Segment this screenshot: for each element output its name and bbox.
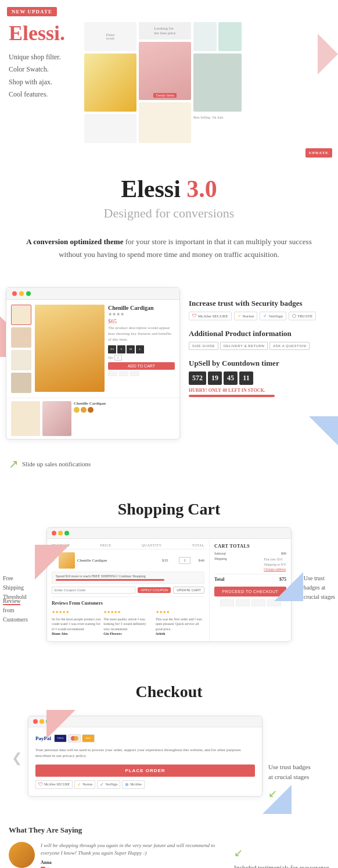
testimonial-label: ↙ Included testimonials for reassurance <box>234 842 329 868</box>
slide-notification: ↗ Slide up sales notifications <box>0 457 338 483</box>
cart-item-row: ✕ Chenille Cardigan $35 1 $46 <box>52 552 204 569</box>
trust-badges-label: Use trust badges at crucial stages <box>304 574 335 602</box>
cart-browser-bar <box>47 528 291 539</box>
testimonial-row: I will be shopping through you again in … <box>9 842 329 868</box>
update-badge-corner: UPDATE <box>0 146 332 158</box>
checkout-section: ❮ PayPal VISA <box>0 710 338 814</box>
features-section: Chenille Cardigan ★★★★ $65 The product d… <box>0 276 338 451</box>
shipping-progress-bar <box>56 579 164 581</box>
timer-hours: 19 <box>208 372 222 385</box>
hero-images: ElessiHOME Looking forthe best price Tre… <box>84 22 329 143</box>
apply-coupon-button[interactable]: APPLY COUPON <box>138 587 171 593</box>
checkout-badge-mcafee: 🛡 McAfee SECURE <box>35 780 73 789</box>
product-mockup: Chenille Cardigan ★★★★ $65 The product d… <box>6 287 180 440</box>
deco-checkout-tri-top <box>46 710 75 739</box>
testimonial-author: Anna <box>41 860 228 865</box>
cart-mockup: PRODUCT PRICE QUANTITY TOTAL ✕ Chenille … <box>46 527 292 641</box>
countdown-timer: 572 19 45 11 <box>189 372 332 385</box>
product-details: Chenille Cardigan ★★★★ $65 The product d… <box>108 305 175 393</box>
discover-logo: DISC <box>82 734 95 742</box>
browser-dot-red <box>12 291 17 296</box>
product-info-buttons[interactable]: SIZE GUIDE DELIVERY & RETURN ASK A QUEST… <box>189 342 332 350</box>
checkout-title: Checkout <box>0 659 338 710</box>
testimonial-section: What They Are Saying I will be shopping … <box>0 814 338 868</box>
buy-now-button[interactable]: ADD TO CART <box>108 362 175 370</box>
stock-bar <box>189 395 275 397</box>
testimonial-content: I will be shopping through you again in … <box>41 842 228 868</box>
curl-arrow-icon: ↗ <box>9 457 19 471</box>
ask-question-button[interactable]: ASK A QUESTION <box>269 342 310 350</box>
product-info-block: Additional Product information SIZE GUID… <box>189 329 332 350</box>
reviews-row: ★★★★★ So far the most people product you… <box>52 609 204 636</box>
product-thumbnails <box>11 305 31 393</box>
trust-badge-norton <box>236 599 250 606</box>
subtotal-row: Subtotal $89 <box>214 552 286 555</box>
coupon-row[interactable]: APPLY COUPON UPDATE CART <box>52 587 204 594</box>
product-main-image <box>35 305 105 392</box>
timer-minutes: 45 <box>224 372 238 385</box>
review-card-1: ★★★★★ The most quality article I was loo… <box>103 609 152 636</box>
trust-badge-mcafee <box>220 599 234 606</box>
reviews-section: Reviews From Customers ★★★★★ So far the … <box>52 596 204 636</box>
cart-section: Free Shipping Threshold Use trust badges… <box>0 527 338 659</box>
deco-tri-salmon <box>35 545 70 580</box>
browser-dot-yellow <box>19 291 24 296</box>
delivery-return-button[interactable]: DELIVERY & RETURN <box>220 342 268 350</box>
avatar <box>9 842 35 868</box>
main-title-section: Elessi 3.0 Designed for conversions <box>0 158 338 227</box>
subtitle: Designed for conversions <box>12 206 326 221</box>
checkout-badge-mcafee2: ⊕ McAfee <box>122 780 145 789</box>
curl-arrow-testimonial: ↙ <box>234 845 329 862</box>
security-badges-block: Increase trust with Security badges 🛡 Mc… <box>189 299 332 320</box>
countdown-block: UpSell by Countdown timer 572 19 45 11 H… <box>189 359 332 397</box>
reviews-title: Reviews From Customers <box>52 601 204 606</box>
testimonial-quote: I will be shopping through you again in … <box>41 842 228 858</box>
free-shipping-label: Free Shipping Threshold <box>3 574 27 605</box>
shipping-row: Shipping Flat rate: $10 Shipping to NY. … <box>214 557 286 571</box>
new-update-badge: NeW Update <box>7 7 57 16</box>
shipping-threshold: Spend $10 more to reach FREE SHIPPING! C… <box>52 571 204 584</box>
testimonial-title: What They Are Saying <box>9 826 329 835</box>
review-card-0: ★★★★★ So far the most people product you… <box>52 609 100 636</box>
cart-body: PRODUCT PRICE QUANTITY TOTAL ✕ Chenille … <box>47 539 291 641</box>
cart-item-total: $46 <box>193 558 204 563</box>
cart-table-header: PRODUCT PRICE QUANTITY TOTAL <box>52 544 204 549</box>
timer-seconds: 11 <box>239 372 253 385</box>
description: A conversion optimized theme for your st… <box>0 227 338 270</box>
main-title: Elessi 3.0 <box>12 175 326 203</box>
checkout-badge-norton: ✓ Norton <box>74 780 95 789</box>
hurry-text: HURRY! ONLY 40 LEFT IN STOCK. <box>189 388 332 393</box>
checkout-badge-verisign: ✓ VeriSign <box>97 780 120 789</box>
update-cart-button[interactable]: UPDATE CART <box>173 587 204 594</box>
cart-item-name: Chenille Cardigan <box>77 558 160 563</box>
place-order-button[interactable]: PLACE ORDER <box>35 765 255 777</box>
deco-tri-blue <box>274 572 303 601</box>
checkout-nav-left[interactable]: ❮ <box>12 716 22 766</box>
shopping-cart-title: Shopping Cart <box>0 483 338 527</box>
size-guide-button[interactable]: SIZE GUIDE <box>189 342 218 350</box>
logo: Elessi. <box>9 22 78 45</box>
trust-badge-verisign <box>251 599 265 606</box>
deco-triangle-right <box>318 34 338 74</box>
timer-days: 572 <box>189 372 206 385</box>
shipping-details: Flat rate: $10 Shipping to NY. Change ad… <box>264 557 286 571</box>
deco-checkout-tri-bottom <box>263 785 292 814</box>
cart-item-price: $35 <box>162 558 177 563</box>
checkout-body-text: Your personal data will be used to proce… <box>35 747 255 759</box>
hero-taglines: Unique shop filter. Color Swatch. Shop w… <box>9 51 78 101</box>
checkout-trust-badges: 🛡 McAfee SECURE ✓ Norton ✓ VeriSign ⊕ Mc… <box>35 780 255 789</box>
security-badges: 🛡 McAfee SECURE ✓ Norton ✓ VeriSign ⬡ TR… <box>189 312 332 320</box>
cart-left: PRODUCT PRICE QUANTITY TOTAL ✕ Chenille … <box>47 539 210 641</box>
cart-item-qty[interactable]: 1 <box>179 557 190 564</box>
features-right: Increase trust with Security badges 🛡 Mc… <box>189 287 332 440</box>
review-card-2: ★★★★ This was the first order and I was … <box>156 609 204 636</box>
browser-dot-green <box>26 291 31 296</box>
size-swatches: XS S M L <box>108 345 175 353</box>
coupon-input[interactable] <box>52 587 135 594</box>
